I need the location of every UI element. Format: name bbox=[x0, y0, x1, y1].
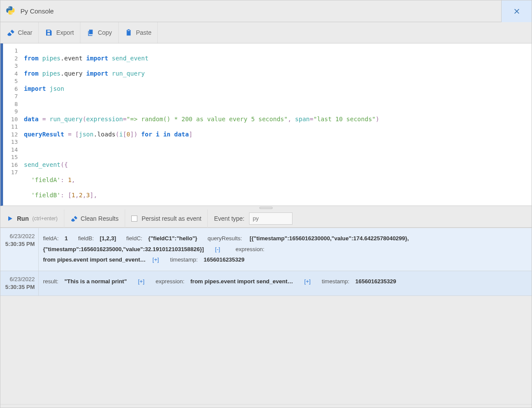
export-label: Export bbox=[56, 29, 73, 36]
titlebar: Py Console bbox=[0, 0, 532, 22]
clear-label: Clear bbox=[18, 29, 32, 36]
close-icon bbox=[514, 9, 519, 14]
event-type-label: Event type: bbox=[214, 215, 244, 222]
event-type-input[interactable] bbox=[249, 212, 293, 225]
expand-toggle[interactable]: [+] bbox=[137, 278, 145, 285]
window-title: Py Console bbox=[20, 7, 54, 15]
clear-button[interactable]: Clear bbox=[0, 22, 39, 43]
toolbar: Clear Export Copy Paste bbox=[0, 22, 532, 43]
result-row[interactable]: 6/23/2022 5:30:35 PM fieldA: 1 fieldB: [… bbox=[0, 228, 532, 271]
run-toolbar: Run (ctrl+enter) Clean Results Persist r… bbox=[0, 209, 532, 228]
expand-toggle[interactable]: [+] bbox=[152, 256, 160, 263]
run-shortcut: (ctrl+enter) bbox=[32, 216, 57, 222]
copy-label: Copy bbox=[98, 29, 112, 36]
play-icon bbox=[7, 215, 13, 222]
result-body: fieldA: 1 fieldB: [1,2,3] fieldC: {"fiel… bbox=[39, 228, 532, 271]
expand-toggle[interactable]: [+] bbox=[303, 278, 312, 285]
eraser-icon bbox=[7, 29, 14, 36]
clipboard-icon bbox=[125, 29, 133, 36]
collapse-toggle[interactable]: [-] bbox=[214, 246, 221, 252]
statusbar bbox=[0, 404, 532, 408]
result-timestamp: 6/23/2022 5:30:35 PM bbox=[0, 271, 39, 295]
results-panel: 6/23/2022 5:30:35 PM fieldA: 1 fieldB: [… bbox=[0, 228, 532, 404]
line-gutter: 1234567891011121314151617 bbox=[3, 43, 21, 206]
event-type-group: Event type: bbox=[208, 209, 298, 228]
save-icon bbox=[45, 29, 53, 36]
result-body: result: "This is a normal print" [+] exp… bbox=[39, 271, 532, 295]
python-logo-icon bbox=[6, 6, 15, 17]
paste-label: Paste bbox=[136, 29, 152, 36]
copy-icon bbox=[86, 29, 94, 36]
close-button[interactable] bbox=[501, 0, 532, 22]
paste-button[interactable]: Paste bbox=[119, 22, 158, 43]
eraser-icon bbox=[70, 215, 77, 222]
clean-results-button[interactable]: Clean Results bbox=[64, 209, 125, 228]
export-button[interactable]: Export bbox=[39, 22, 80, 43]
result-timestamp: 6/23/2022 5:30:35 PM bbox=[0, 228, 39, 271]
code-content[interactable]: from pipes.event import send_event from … bbox=[21, 43, 532, 206]
run-button[interactable]: Run (ctrl+enter) bbox=[0, 209, 64, 228]
run-label: Run bbox=[17, 215, 29, 222]
clean-results-label: Clean Results bbox=[81, 215, 119, 222]
persist-checkbox-group[interactable]: Persist result as event bbox=[125, 209, 208, 228]
copy-button[interactable]: Copy bbox=[80, 22, 119, 43]
persist-label: Persist result as event bbox=[142, 215, 202, 222]
result-row[interactable]: 6/23/2022 5:30:35 PM result: "This is a … bbox=[0, 271, 532, 296]
persist-checkbox[interactable] bbox=[131, 216, 137, 222]
code-editor[interactable]: 1234567891011121314151617 from pipes.eve… bbox=[0, 43, 532, 206]
